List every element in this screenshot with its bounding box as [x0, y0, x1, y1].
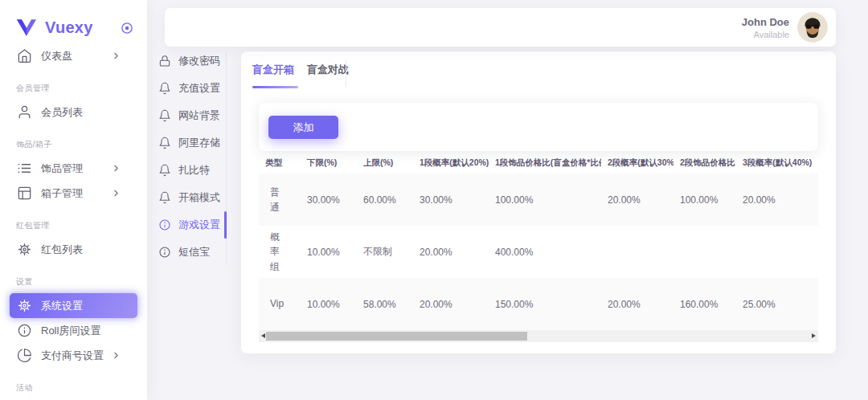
cell-value: 58.00%: [357, 278, 413, 330]
cell-type: Vip: [259, 278, 301, 330]
main-sidebar: Vuexy 仪表盘 会员管理 会员列表 饰品/箱子 饰品管理 箱子管理 红包管理…: [0, 0, 147, 400]
submenu-item-ali-storage[interactable]: 阿里存储: [158, 129, 227, 157]
gear-icon: [17, 298, 32, 313]
info-icon: [17, 323, 32, 338]
column-header-stage2-probability: 2段概率(默认30%): [601, 153, 674, 173]
user-avatar[interactable]: [797, 12, 828, 43]
bell-icon: [158, 137, 171, 149]
bell-icon: [158, 82, 171, 95]
table-row[interactable]: 概率组 10.00% 不限制 20.00% 400.00%: [259, 226, 818, 278]
cell-value: 10.00%: [301, 226, 357, 278]
cell-value: [601, 226, 674, 278]
user-status: Available: [742, 30, 789, 39]
cell-value: 20.00%: [736, 173, 818, 226]
column-header-type: 类型: [259, 153, 301, 173]
active-tab-underline: [252, 86, 298, 88]
horizontal-scrollbar[interactable]: [259, 330, 818, 342]
sidebar-item-dashboard[interactable]: 仪表盘: [10, 43, 137, 68]
sidebar-section-red-packet: 红包管理: [0, 219, 147, 232]
cell-type: 概率组: [259, 226, 301, 278]
bell-icon: [158, 109, 171, 122]
submenu-item-sms-bao[interactable]: 短信宝: [158, 239, 227, 266]
column-header-stage1-probability: 1段概率(默认20%): [413, 153, 489, 173]
cell-value: [736, 226, 818, 278]
cell-type: 普通: [259, 173, 301, 226]
sidebar-section-items-boxes: 饰品/箱子: [0, 138, 147, 151]
submenu-item-zhabite[interactable]: 扎比特: [158, 157, 227, 184]
submenu-item-unbox-mode[interactable]: 开箱模式: [158, 184, 227, 211]
tab-bar: 盲盒开箱 盲盒对战: [241, 51, 836, 88]
sidebar-section-activity: 活动: [0, 382, 147, 394]
cell-value: 30.00%: [301, 173, 357, 226]
chevron-right-icon: [111, 188, 121, 198]
cell-value: 60.00%: [357, 173, 413, 226]
sidebar-item-member-list[interactable]: 会员列表: [10, 100, 137, 124]
cell-value: 20.00%: [413, 226, 489, 278]
cell-value: 160.00%: [674, 278, 736, 330]
column-header-stage2-price-ratio: 2段饰品价格比: [674, 153, 736, 173]
user-meta: John Doe Available: [742, 16, 789, 39]
sidebar-collapse-toggle-icon[interactable]: [120, 21, 134, 35]
brand-header: Vuexy: [0, 0, 147, 43]
user-name: John Doe: [742, 16, 789, 28]
cell-value: 20.00%: [601, 278, 674, 330]
game-settings-table: 类型 下限(%) 上限(%) 1段概率(默认20%) 1段饰品价格比(盲盒价格*…: [259, 153, 818, 330]
top-navbar: John Doe Available: [165, 8, 836, 47]
cell-value: [674, 226, 736, 278]
sidebar-item-red-packet-list[interactable]: 红包列表: [10, 237, 137, 262]
cell-value: 不限制: [357, 226, 413, 278]
tab-divider: [346, 60, 346, 87]
lock-icon: [158, 55, 171, 67]
layout-icon: [17, 186, 32, 201]
cell-value: 400.00%: [489, 226, 601, 278]
cell-value: 150.00%: [489, 278, 601, 330]
man-with-sunglasses-avatar-icon: [797, 12, 828, 43]
sidebar-item-payment-merchant-settings[interactable]: 支付商号设置: [10, 343, 137, 368]
bell-icon: [158, 191, 171, 204]
sidebar-section-members: 会员管理: [0, 82, 147, 95]
toolbar-card: 添加: [259, 103, 818, 151]
submenu-item-website-background[interactable]: 网站背景: [158, 102, 227, 129]
tab-blind-box-open[interactable]: 盲盒开箱: [252, 63, 294, 77]
submenu-item-change-password[interactable]: 修改密码: [158, 47, 227, 75]
chevron-right-icon: [111, 350, 121, 361]
sidebar-item-roll-room-settings[interactable]: Roll房间设置: [10, 318, 137, 343]
chevron-right-icon: [111, 51, 121, 61]
column-header-stage1-price-ratio: 1段饰品价格比(盲盒价格*比例): [489, 153, 601, 173]
scrollbar-thumb[interactable]: [266, 332, 527, 341]
bell-icon: [158, 164, 171, 177]
submenu-item-recharge-settings[interactable]: 充值设置: [158, 75, 227, 102]
user-icon: [17, 104, 32, 120]
home-icon: [17, 48, 32, 63]
brand-name: Vuexy: [45, 18, 120, 37]
info-icon: [158, 218, 171, 231]
column-header-lower-limit: 下限(%): [301, 153, 357, 173]
cell-value: 25.00%: [736, 278, 818, 330]
sidebar-item-system-settings[interactable]: 系统设置: [10, 293, 137, 318]
vuexy-logo-icon: [16, 18, 37, 37]
cell-value: 20.00%: [413, 278, 489, 330]
scrollbar-left-arrow-icon[interactable]: [261, 333, 265, 338]
cell-value: 10.00%: [301, 278, 357, 330]
submenu-item-game-settings[interactable]: 游戏设置: [158, 211, 227, 239]
column-header-stage3-probability: 3段概率(默认40%): [736, 153, 818, 173]
gear-icon: [17, 242, 32, 257]
tab-blind-box-battle[interactable]: 盲盒对战: [307, 63, 349, 77]
settings-submenu: 修改密码 充值设置 网站背景 阿里存储 扎比特 开箱模式 游戏设置 短信宝: [158, 47, 227, 266]
cell-value: 30.00%: [413, 173, 489, 226]
add-button[interactable]: 添加: [268, 116, 338, 139]
sidebar-item-box-management[interactable]: 箱子管理: [10, 181, 137, 206]
cell-value: 100.00%: [489, 173, 601, 226]
table-header-row: 类型 下限(%) 上限(%) 1段概率(默认20%) 1段饰品价格比(盲盒价格*…: [259, 153, 818, 173]
info-icon: [158, 246, 171, 259]
table-row[interactable]: 普通 30.00% 60.00% 30.00% 100.00% 20.00% 1…: [259, 173, 818, 226]
column-header-upper-limit: 上限(%): [357, 153, 413, 173]
chevron-right-icon: [111, 163, 121, 173]
list-icon: [17, 161, 32, 176]
cell-value: 100.00%: [674, 173, 736, 226]
content-card: 盲盒开箱 盲盒对战 添加 类型 下限(%) 上限(%) 1段概率(默认20%) …: [241, 51, 836, 353]
cell-value: 20.00%: [601, 173, 674, 226]
sidebar-item-accessory-management[interactable]: 饰品管理: [10, 156, 137, 181]
table-row[interactable]: Vip 10.00% 58.00% 20.00% 150.00% 20.00% …: [259, 278, 818, 330]
scrollbar-right-arrow-icon[interactable]: [812, 333, 816, 338]
